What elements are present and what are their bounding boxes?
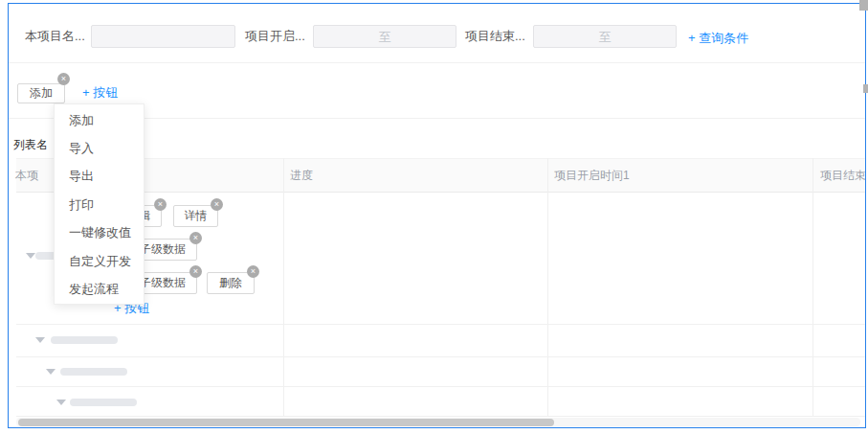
expand-caret-icon[interactable]	[26, 253, 35, 259]
list-name-label: 列表名	[13, 138, 48, 151]
skeleton-placeholder	[70, 399, 137, 406]
column-header-progress[interactable]: 进度	[290, 170, 313, 182]
column-header-project-name[interactable]: 本项	[15, 170, 38, 182]
delete-button-label: 删除	[219, 275, 242, 291]
open-date-range-input[interactable]	[313, 25, 456, 48]
menu-item-custom-dev[interactable]: 自定义开发	[55, 247, 144, 275]
add-query-condition-link[interactable]: + 查询条件	[688, 31, 748, 45]
menu-item-export[interactable]: 导出	[55, 163, 144, 191]
menu-item-batch-edit[interactable]: 一键修改值	[55, 219, 144, 247]
expand-caret-icon[interactable]	[56, 400, 66, 405]
toolbar-add-button[interactable]: 添加	[17, 83, 65, 103]
project-name-input[interactable]	[91, 25, 235, 48]
row-border	[16, 416, 865, 417]
vertical-scrollbar-fragment	[863, 84, 868, 93]
table-row	[9, 325, 865, 356]
query-field-label-project-name: 本项目名...	[25, 30, 85, 43]
horizontal-scrollbar-thumb[interactable]	[18, 419, 554, 426]
query-field-label-end-date: 项目结束...	[465, 30, 525, 43]
remove-icon[interactable]: ×	[247, 265, 259, 278]
remove-icon[interactable]: ×	[154, 198, 167, 211]
skeleton-placeholder	[60, 368, 127, 376]
toolbar-add-button-label: 添加	[30, 85, 53, 102]
end-date-range-input[interactable]	[533, 25, 677, 48]
remove-icon[interactable]: ×	[189, 265, 202, 278]
selected-list-widget-container[interactable]: 本项目名... 项目开启... 项目结束... + 查询条件 添加 × + 按钮…	[8, 3, 866, 428]
vertical-scrollbar-thumb[interactable]	[859, 0, 868, 11]
skeleton-placeholder	[51, 336, 118, 344]
menu-item-start-flow[interactable]: 发起流程	[55, 275, 144, 303]
table-row	[9, 357, 865, 386]
remove-icon[interactable]: ×	[211, 198, 223, 211]
column-header-end-time[interactable]: 项目结束时间1	[820, 170, 866, 182]
button-type-dropdown-menu: 添加 导入 导出 打印 一键修改值 自定义开发 发起流程	[54, 103, 145, 305]
remove-icon[interactable]: ×	[57, 73, 70, 85]
column-header-open-time[interactable]: 项目开启时间1	[554, 170, 630, 182]
designer-canvas: 本项目名... 项目开启... 项目结束... + 查询条件 添加 × + 按钮…	[0, 0, 868, 434]
expand-caret-icon[interactable]	[35, 337, 45, 343]
toolbar-new-button-link[interactable]: + 按钮	[82, 85, 118, 100]
menu-item-add[interactable]: 添加	[55, 106, 144, 134]
table-row	[9, 387, 865, 416]
section-divider	[9, 62, 865, 63]
query-field-label-open-date: 项目开启...	[245, 30, 305, 43]
remove-icon[interactable]: ×	[189, 232, 202, 244]
menu-item-import[interactable]: 导入	[55, 134, 144, 162]
detail-button-label: 详情	[185, 208, 208, 224]
expand-caret-icon[interactable]	[46, 369, 56, 375]
menu-item-print[interactable]: 打印	[55, 191, 144, 218]
